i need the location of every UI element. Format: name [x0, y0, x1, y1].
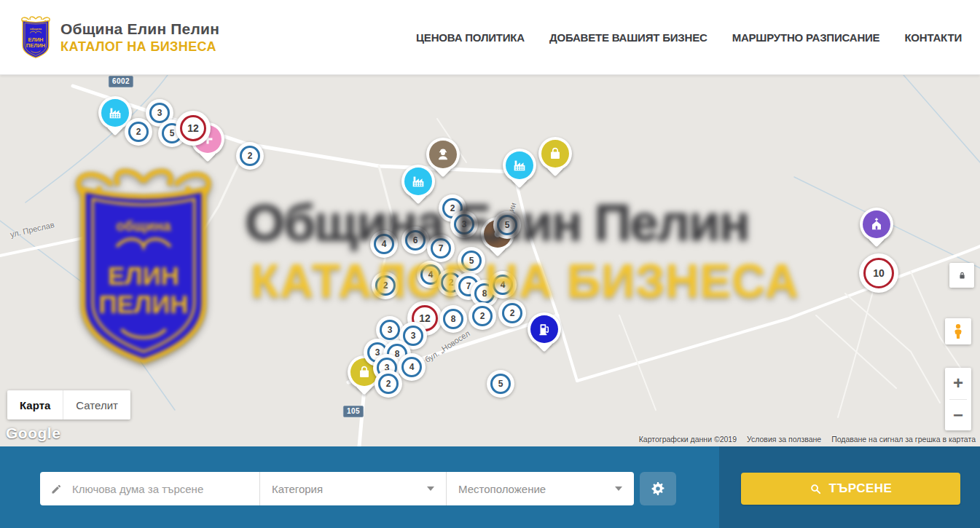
- location-dropdown[interactable]: Местоположение: [447, 472, 634, 505]
- report-error-link[interactable]: Подаване на сигнал за грешка в картата: [831, 435, 976, 444]
- map-cluster-marker[interactable]: 4: [489, 271, 517, 299]
- search-button-label: ТЪРСЕНЕ: [829, 481, 893, 496]
- keyword-section: [40, 472, 260, 505]
- pencil-icon: [50, 483, 63, 495]
- map-markers: 3251222354675422784221283338342510: [0, 75, 980, 446]
- nav-item-pricing[interactable]: ЦЕНОВА ПОЛИТИКА: [416, 31, 525, 44]
- map-cluster-marker[interactable]: 10: [859, 253, 898, 293]
- location-dropdown-label: Местоположение: [458, 483, 546, 495]
- map-cluster-marker[interactable]: 5: [487, 370, 514, 398]
- lock-button[interactable]: [949, 263, 974, 288]
- brand-text: Община Елин Пелин КАТАЛОГ НА БИЗНЕСА: [60, 20, 219, 55]
- main-nav: ЦЕНОВА ПОЛИТИКА ДОБАВЕТЕ ВАШИЯТ БИЗНЕС М…: [416, 0, 962, 75]
- svg-text:община: община: [30, 27, 42, 31]
- pegman-icon: [950, 323, 966, 340]
- nav-item-add-business[interactable]: ДОБАВЕТЕ ВАШИЯТ БИЗНЕС: [549, 31, 707, 44]
- nav-item-contacts[interactable]: КОНТАКТИ: [904, 31, 962, 44]
- map-pin-church[interactable]: [860, 208, 893, 241]
- map-cluster-marker[interactable]: 2: [372, 272, 399, 299]
- gear-icon: [649, 480, 667, 497]
- svg-text:ПЕЛИН: ПЕЛИН: [26, 42, 45, 49]
- search-input-group: Категория Местоположение: [40, 472, 634, 505]
- google-logo[interactable]: Google: [6, 425, 60, 442]
- category-dropdown-label: Категория: [272, 483, 323, 495]
- category-dropdown[interactable]: Категория: [260, 472, 447, 505]
- header: община ЕЛИН ПЕЛИН Община Елин Пелин КАТА…: [0, 0, 980, 75]
- map-cluster-marker[interactable]: 2: [469, 302, 496, 330]
- map-pin-factory[interactable]: [503, 149, 536, 182]
- map-cluster-marker[interactable]: 3: [450, 210, 478, 238]
- search-bar: Категория Местоположение ТЪРСЕНЕ: [0, 446, 980, 528]
- map-pin-worker[interactable]: [426, 138, 460, 171]
- chevron-down-icon: [615, 486, 622, 491]
- svg-text:ЕЛИН: ЕЛИН: [28, 36, 43, 43]
- keyword-search-input[interactable]: [71, 482, 259, 496]
- map-canvas[interactable]: 6002105ул. Преславбул. „Новоселции 32512…: [0, 75, 980, 446]
- coat-of-arms-icon: община ЕЛИН ПЕЛИН: [18, 15, 53, 59]
- nav-item-route-schedule[interactable]: МАРШРУТНО РАЗПИСАНИЕ: [732, 31, 880, 44]
- map-attribution: Картографски данни ©2019 Условия за полз…: [639, 435, 976, 444]
- map-type-satellite-button[interactable]: Сателит: [63, 390, 130, 419]
- map-pin-fuel[interactable]: [528, 312, 561, 346]
- site-subtitle: КАТАЛОГ НА БИЗНЕСА: [60, 39, 219, 55]
- map-cluster-marker[interactable]: 2: [236, 142, 264, 170]
- advanced-settings-button[interactable]: [640, 472, 676, 505]
- map-type-control: Карта Сателит: [7, 390, 130, 419]
- map-cluster-marker[interactable]: 6: [401, 226, 429, 254]
- attribution-copyright: Картографски данни ©2019: [639, 435, 737, 444]
- site-title: Община Елин Пелин: [60, 20, 219, 38]
- map-cluster-marker[interactable]: 5: [493, 211, 521, 239]
- chevron-down-icon: [427, 486, 434, 491]
- search-icon: [810, 483, 822, 495]
- map-cluster-marker[interactable]: 12: [176, 111, 211, 146]
- zoom-out-button[interactable]: −: [945, 400, 971, 431]
- zoom-in-button[interactable]: +: [945, 368, 971, 399]
- terms-link[interactable]: Условия за ползване: [747, 435, 821, 444]
- site-logo[interactable]: община ЕЛИН ПЕЛИН Община Елин Пелин КАТА…: [18, 15, 219, 59]
- map-cluster-marker[interactable]: 8: [439, 305, 467, 333]
- map-cluster-marker[interactable]: 2: [498, 299, 526, 327]
- map-type-map-button[interactable]: Карта: [7, 390, 63, 419]
- map-cluster-marker[interactable]: 2: [125, 118, 152, 146]
- map-cluster-marker[interactable]: 5: [458, 247, 485, 275]
- page: 6002105ул. Преславбул. „Новоселции 32512…: [0, 0, 980, 528]
- zoom-control: + −: [945, 368, 971, 430]
- map-cluster-marker[interactable]: 7: [427, 235, 455, 262]
- map-cluster-marker[interactable]: 4: [370, 230, 398, 258]
- search-button[interactable]: ТЪРСЕНЕ: [741, 473, 960, 505]
- map-cluster-marker[interactable]: 2: [375, 370, 402, 398]
- map-pin-bag[interactable]: [538, 137, 572, 170]
- pegman-button[interactable]: [945, 318, 971, 344]
- map-pin-factory[interactable]: [401, 165, 435, 198]
- map-cluster-marker[interactable]: 4: [398, 353, 426, 381]
- lock-icon: [957, 270, 968, 281]
